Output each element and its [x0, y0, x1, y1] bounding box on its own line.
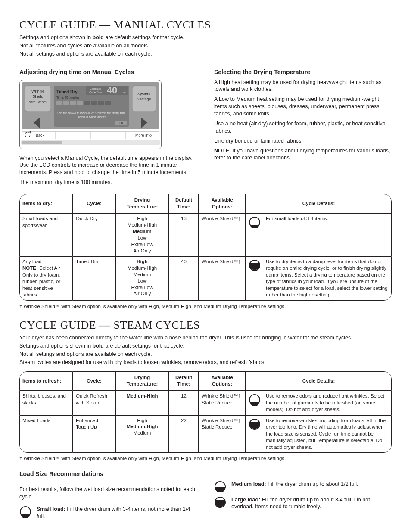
- svg-rect-9: [77, 101, 83, 105]
- svg-rect-7: [63, 101, 69, 105]
- manual-footnote: † Wrinkle Shield™ with Steam option is a…: [19, 303, 392, 310]
- table-header: Cycle:: [73, 194, 115, 213]
- intro-text: Settings and options shown in: [19, 343, 93, 349]
- large-load-icon: [249, 418, 261, 430]
- intro-text: are default settings for that cycle.: [104, 343, 184, 349]
- items-cell: Shirts, blouses, and slacks: [19, 391, 73, 415]
- svg-rect-11: [91, 101, 97, 105]
- adjusting-time-p1: When you select a Manual Cycle, the defa…: [19, 155, 197, 177]
- svg-rect-12: [98, 101, 104, 105]
- lcd-est-min: min: [123, 90, 128, 94]
- temperature-cell: Medium-High: [115, 391, 169, 415]
- cycle-cell: Quick Refresh with Steam: [73, 391, 115, 415]
- cycle-cell: Enhanced Touch Up: [73, 415, 115, 453]
- drying-temp-p: A Low to Medium heat setting may be used…: [214, 96, 392, 118]
- intro-text: Not all settings and options are availab…: [19, 351, 392, 358]
- lcd-est-num: 40: [107, 85, 117, 96]
- table-header: Cycle Details:: [246, 194, 392, 213]
- manual-intro: Settings and options shown in bold are d…: [19, 34, 392, 58]
- lcd-sys2: Settings: [137, 97, 151, 101]
- steam-intro: Your dryer has been connected directly t…: [19, 334, 392, 366]
- temperature-cell: HighMedium-HighMediumLowExtra LowAir Onl…: [115, 256, 169, 301]
- table-row: Shirts, blouses, and slacksQuick Refresh…: [19, 391, 392, 415]
- lcd-wrinkle2: Shield: [32, 94, 43, 99]
- svg-rect-8: [70, 101, 76, 105]
- large-load-icon: [249, 259, 261, 271]
- default-time-cell: 22: [169, 415, 199, 453]
- options-cell: Wrinkle Shield™†Static Reduce: [199, 391, 246, 415]
- small-load-icon: [249, 394, 261, 406]
- large-load-icon: [214, 496, 226, 508]
- lcd-wrinkle3: with Steam: [29, 100, 47, 104]
- lcd-back: Back: [36, 133, 45, 137]
- small-load-row: Small load: Fill the dryer drum with 3-4…: [19, 506, 197, 520]
- svg-rect-13: [105, 101, 111, 105]
- intro-text: are default settings for that cycle.: [104, 34, 184, 40]
- details-cell: Use to remove odors and reduce light wri…: [246, 391, 392, 415]
- load-size-intro: For best results, follow the wet load si…: [19, 486, 197, 501]
- load-size-heading: Load Size Recommendations: [19, 470, 392, 478]
- lcd-time-40: Time: 40 minutes: [56, 96, 80, 99]
- intro-text: Not all settings and options are availab…: [19, 50, 392, 58]
- table-header: Items to refresh:: [19, 371, 73, 391]
- details-cell: Use to dry items to a damp level for ite…: [246, 256, 392, 301]
- manual-cycles-title: CYCLE GUIDE — MANUAL CYCLES: [19, 17, 392, 32]
- small-load-icon: [249, 216, 261, 228]
- intro-bold: bold: [93, 343, 104, 349]
- table-row: Mixed LoadsEnhanced Touch UpHighMedium-H…: [19, 415, 392, 453]
- cycle-cell: Timed Dry: [73, 256, 115, 301]
- lcd-est1: Estimated: [90, 87, 102, 90]
- lcd-ok: OK: [119, 121, 123, 124]
- temperature-cell: HighMedium-HighMediumLowExtra LowAir Onl…: [115, 213, 169, 256]
- medium-load-icon: [214, 481, 226, 493]
- table-row: Any loadNOTE: Select Air Only to dry foa…: [19, 256, 392, 301]
- items-cell: Any loadNOTE: Select Air Only to dry foa…: [19, 256, 73, 301]
- table-header: Cycle Details:: [246, 371, 392, 391]
- lcd-more-info: More Info: [135, 133, 152, 137]
- options-cell: Wrinkle Shield™†: [199, 256, 246, 301]
- intro-text: Steam cycles are designed for use with d…: [19, 359, 392, 366]
- lcd-hint1: Use the arrows to increase or decrease t…: [57, 112, 126, 115]
- svg-rect-6: [56, 101, 62, 105]
- table-header: Items to dry:: [19, 194, 73, 213]
- default-time-cell: 40: [169, 256, 199, 301]
- intro-text: Not all features and cycles are availabl…: [19, 42, 392, 50]
- steam-cycles-table: Items to refresh:Cycle:Drying Temperatur…: [19, 371, 392, 453]
- table-header: Drying Temperature:: [115, 371, 169, 391]
- table-header: Default Time:: [169, 194, 199, 213]
- items-cell: Small loads and sportswear: [19, 213, 73, 256]
- drying-temp-heading: Selecting the Drying Temperature: [214, 68, 392, 76]
- adjusting-time-p2: The maximum dry time is 100 minutes.: [19, 179, 197, 186]
- default-time-cell: 13: [169, 213, 199, 256]
- table-header: Available Options:: [199, 194, 246, 213]
- lcd-hint2: Press OK when finished.: [76, 115, 107, 118]
- adjusting-time-heading: Adjusting drying time on Manual Cycles: [19, 68, 197, 76]
- lcd-sys1: System: [137, 92, 150, 96]
- lcd-est2: Cycle Time: [89, 91, 102, 93]
- table-row: Small loads and sportswearQuick DryHighM…: [19, 213, 392, 256]
- small-load-icon: [19, 506, 31, 518]
- svg-rect-10: [84, 101, 90, 105]
- items-cell: Mixed Loads: [19, 415, 73, 453]
- details-cell: Use to remove wrinkles, including from l…: [246, 415, 392, 453]
- steam-footnote: † Wrinkle Shield™ with Steam option is a…: [19, 455, 392, 462]
- table-header: Cycle:: [73, 371, 115, 391]
- lcd-timed-dry: Timed Dry: [56, 90, 78, 94]
- large-load-row: Large load: Fill the dryer drum up to ab…: [214, 496, 392, 511]
- lcd-wrinkle1: Wrinkle: [31, 89, 44, 93]
- intro-text: Settings and options shown in: [19, 34, 93, 40]
- drying-temp-note: NOTE: If you have questions about drying…: [214, 147, 392, 162]
- steam-cycles-title: CYCLE GUIDE — STEAM CYCLES: [19, 317, 392, 333]
- table-header: Drying Temperature:: [115, 194, 169, 213]
- intro-bold: bold: [93, 34, 104, 40]
- drying-temp-p: Line dry bonded or laminated fabrics.: [214, 137, 392, 145]
- lcd-panel-illustration: Wrinkle Shield with Steam System Setting…: [19, 80, 197, 149]
- medium-load-row: Medium load: Fill the dryer drum up to a…: [214, 481, 392, 493]
- details-cell: For small loads of 3-4 items.: [246, 213, 392, 256]
- manual-cycles-table: Items to dry:Cycle:Drying Temperature:De…: [19, 194, 392, 301]
- temperature-cell: HighMedium-HighMedium: [115, 415, 169, 453]
- options-cell: Wrinkle Shield™†Static Reduce: [199, 415, 246, 453]
- cycle-cell: Quick Dry: [73, 213, 115, 256]
- drying-temp-p: Use a no heat (air dry) setting for foam…: [214, 120, 392, 135]
- intro-text: Your dryer has been connected directly t…: [19, 334, 392, 342]
